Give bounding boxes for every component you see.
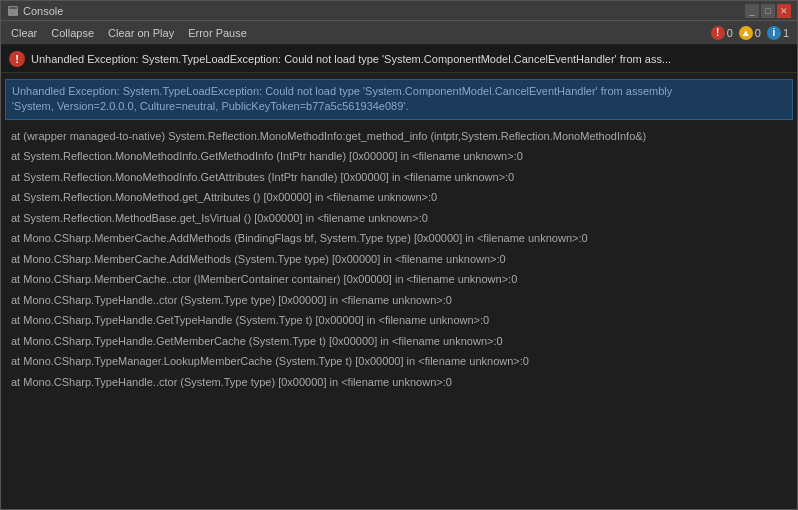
stack-line: at System.Reflection.MonoMethod.get_Attr… <box>5 187 793 208</box>
stack-trace: at (wrapper managed-to-native) System.Re… <box>1 124 797 395</box>
stack-line: at Mono.CSharp.TypeHandle..ctor (System.… <box>5 372 793 393</box>
console-content[interactable]: Unhandled Exception: System.TypeLoadExce… <box>1 73 797 509</box>
stack-line: at System.Reflection.MonoMethodInfo.GetA… <box>5 167 793 188</box>
exception-line2: 'System, Version=2.0.0.0, Culture=neutra… <box>12 99 786 114</box>
error-pause-button[interactable]: Error Pause <box>182 24 253 42</box>
exception-line1: Unhandled Exception: System.TypeLoadExce… <box>12 84 786 99</box>
stack-line: at Mono.CSharp.TypeManager.LookupMemberC… <box>5 351 793 372</box>
stack-line: at System.Reflection.MonoMethodInfo.GetM… <box>5 146 793 167</box>
window-title: Console <box>23 5 745 17</box>
error-count: 0 <box>727 27 733 39</box>
stack-line: at (wrapper managed-to-native) System.Re… <box>5 126 793 147</box>
exception-header: Unhandled Exception: System.TypeLoadExce… <box>5 79 793 120</box>
stack-line: at Mono.CSharp.TypeHandle.GetTypeHandle … <box>5 310 793 331</box>
collapse-button[interactable]: Collapse <box>45 24 100 42</box>
info-count: 1 <box>783 27 789 39</box>
stack-line: at Mono.CSharp.TypeHandle..ctor (System.… <box>5 290 793 311</box>
clear-button[interactable]: Clear <box>5 24 43 42</box>
console-window: Console _ □ ✕ Clear Collapse Clear on Pl… <box>0 0 798 510</box>
stack-line: at Mono.CSharp.MemberCache.AddMethods (B… <box>5 228 793 249</box>
stack-line: at Mono.CSharp.TypeHandle.GetMemberCache… <box>5 331 793 352</box>
stack-line: at Mono.CSharp.MemberCache..ctor (IMembe… <box>5 269 793 290</box>
warning-count: 0 <box>755 27 761 39</box>
warning-badge-icon: ▲ <box>739 26 753 40</box>
warning-badge[interactable]: ▲ 0 <box>739 26 761 40</box>
title-bar: Console _ □ ✕ <box>1 1 797 21</box>
error-badge[interactable]: ! 0 <box>711 26 733 40</box>
clear-on-play-button[interactable]: Clear on Play <box>102 24 180 42</box>
info-badge[interactable]: i 1 <box>767 26 789 40</box>
close-button[interactable]: ✕ <box>777 4 791 18</box>
minimize-button[interactable]: _ <box>745 4 759 18</box>
error-badge-icon: ! <box>711 26 725 40</box>
svg-rect-1 <box>9 7 17 9</box>
error-banner[interactable]: ! Unhandled Exception: System.TypeLoadEx… <box>1 45 797 73</box>
badge-group: ! 0 ▲ 0 i 1 <box>711 26 789 40</box>
window-controls: _ □ ✕ <box>745 4 791 18</box>
stack-line: at Mono.CSharp.MemberCache.AddMethods (S… <box>5 249 793 270</box>
error-icon: ! <box>9 51 25 67</box>
error-banner-text: Unhandled Exception: System.TypeLoadExce… <box>31 53 671 65</box>
stack-line: at System.Reflection.MethodBase.get_IsVi… <box>5 208 793 229</box>
window-icon <box>7 5 19 17</box>
maximize-button[interactable]: □ <box>761 4 775 18</box>
info-badge-icon: i <box>767 26 781 40</box>
toolbar: Clear Collapse Clear on Play Error Pause… <box>1 21 797 45</box>
